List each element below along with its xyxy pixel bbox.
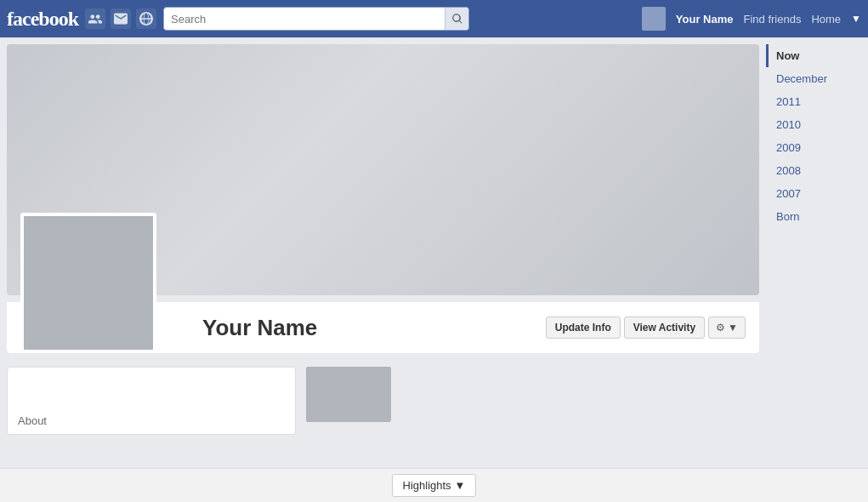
view-activity-button[interactable]: View Activity	[624, 317, 705, 339]
gear-icon: ⚙	[716, 322, 725, 334]
page-wrapper: Your Name Update Info View Activity ⚙ ▼ …	[0, 37, 868, 502]
profile-name: Your Name	[202, 315, 317, 341]
about-label: About	[18, 414, 47, 427]
find-friends-link[interactable]: Find friends	[744, 13, 802, 26]
highlights-button[interactable]: Highlights ▼	[392, 474, 477, 497]
nav-right: Your Name Find friends Home ▼	[642, 7, 861, 31]
timeline-sidebar: Now December 2011 2010 2009 2008 2007 Bo…	[766, 37, 868, 502]
nav-icons	[85, 9, 156, 29]
globe-icon[interactable]	[136, 9, 156, 29]
content-area: About	[7, 360, 759, 435]
dropdown-icon[interactable]: ▼	[851, 13, 861, 25]
highlights-arrow: ▼	[455, 479, 466, 492]
timeline-item-2010[interactable]: 2010	[766, 113, 868, 136]
search-bar	[163, 7, 469, 31]
timeline-item-2009[interactable]: 2009	[766, 136, 868, 159]
profile-actions: Update Info View Activity ⚙ ▼	[546, 317, 746, 339]
profile-avatar	[20, 213, 156, 353]
friends-icon[interactable]	[85, 9, 105, 29]
highlights-label: Highlights	[403, 479, 451, 492]
gear-dropdown-arrow: ▼	[728, 322, 738, 334]
messages-icon[interactable]	[111, 9, 131, 29]
profile-info-bar: Your Name Update Info View Activity ⚙ ▼	[7, 302, 759, 353]
nav-avatar	[642, 7, 666, 31]
media-placeholder	[306, 367, 391, 422]
timeline-item-now[interactable]: Now	[766, 44, 868, 67]
facebook-logo[interactable]: facebook	[7, 8, 78, 31]
search-button[interactable]	[445, 7, 468, 31]
gear-settings-button[interactable]: ⚙ ▼	[708, 317, 746, 339]
timeline-item-2011[interactable]: 2011	[766, 90, 868, 113]
left-panel: About	[7, 367, 296, 435]
right-panel	[306, 367, 759, 435]
navbar: facebook Your Name Find friends Home ▼	[0, 0, 868, 37]
timeline-item-2008[interactable]: 2008	[766, 159, 868, 182]
profile-area: Your Name Update Info View Activity ⚙ ▼ …	[0, 37, 766, 502]
timeline-item-december[interactable]: December	[766, 67, 868, 90]
timeline-item-2007[interactable]: 2007	[766, 182, 868, 205]
update-info-button[interactable]: Update Info	[546, 317, 621, 339]
home-link[interactable]: Home	[811, 13, 841, 26]
nav-username[interactable]: Your Name	[676, 13, 734, 26]
highlights-bar: Highlights ▼	[0, 468, 766, 502]
timeline-item-born[interactable]: Born	[766, 205, 868, 228]
search-input[interactable]	[164, 9, 445, 29]
